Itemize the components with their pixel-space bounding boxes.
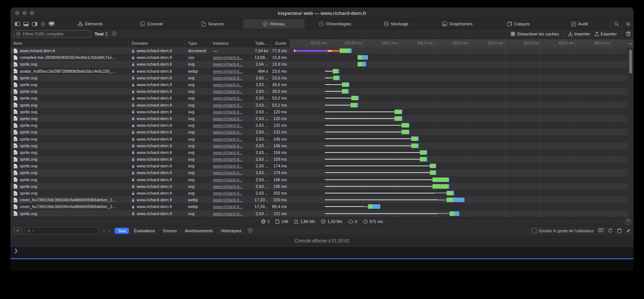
- table-row[interactable]: sprite.svgwww.richard-dern.frsvgwww.rich…: [10, 163, 634, 169]
- initiator-link[interactable]: www.richard-d...: [213, 211, 242, 216]
- initiator-link[interactable]: www.richard-d...: [213, 110, 242, 114]
- scrollbar[interactable]: [628, 47, 634, 217]
- element-picker-icon[interactable]: [41, 22, 45, 26]
- console-prompt-row[interactable]: ❯: [10, 247, 634, 259]
- tab-chronologies[interactable]: Chronologies: [305, 19, 366, 29]
- tab-graphismes[interactable]: Graphismes: [427, 19, 488, 29]
- column-header-name[interactable]: Nom: [10, 39, 129, 47]
- console-tab-historiques[interactable]: Historiques: [218, 228, 245, 234]
- expand-console-icon[interactable]: [626, 229, 631, 233]
- table-row[interactable]: <>www.richard-dern.frwww.richard-dern.fr…: [10, 47, 634, 54]
- table-row[interactable]: sprite.svgwww.richard-dern.frsvgwww.rich…: [10, 190, 634, 196]
- column-header-domain[interactable]: Domaine: [129, 39, 185, 47]
- titlebar[interactable]: Inspecteur web — www.richard-dern.fr: [10, 7, 634, 19]
- column-header-duration[interactable]: Durée: [271, 39, 290, 47]
- dock-left-icon[interactable]: [15, 22, 20, 26]
- table-row[interactable]: sprite.svgwww.richard-dern.frsvgwww.rich…: [10, 61, 634, 67]
- url-filter-field[interactable]: Filtrer l'URL complète: [13, 30, 91, 38]
- table-row[interactable]: sprite.svgwww.richard-dern.frsvgwww.rich…: [10, 122, 634, 129]
- table-row[interactable]: sprite.svgwww.richard-dern.frsvgwww.rich…: [10, 149, 634, 156]
- table-row[interactable]: sprite.svgwww.richard-dern.frsvgwww.rich…: [10, 81, 634, 88]
- column-header-type[interactable]: Type: [185, 39, 210, 47]
- tab-stockage[interactable]: Stockage: [366, 19, 427, 29]
- table-row[interactable]: sprite.svgwww.richard-dern.frsvgwww.rich…: [10, 169, 634, 176]
- console-tab-evaluations[interactable]: Évaluations: [130, 228, 158, 234]
- filter-options-icon[interactable]: [112, 31, 117, 37]
- table-row[interactable]: sprite.svgwww.richard-dern.frsvgwww.rich…: [10, 102, 634, 108]
- console-tab-tout[interactable]: Tout: [115, 228, 129, 234]
- initiator-link[interactable]: www.richard-d...: [213, 55, 242, 60]
- table-row[interactable]: sprite.svgwww.richard-dern.frsvgwww.rich…: [10, 115, 634, 122]
- initiator-link[interactable]: www.richard-d...: [213, 76, 242, 80]
- initiator-link[interactable]: www.richard-d...: [213, 164, 242, 168]
- initiator-link[interactable]: www.richard-d...: [213, 82, 242, 87]
- initiator-link[interactable]: www.richard-d...: [213, 177, 242, 182]
- tab-audit[interactable]: Audit: [549, 19, 610, 29]
- initiator-link[interactable]: www.richard-d...: [213, 62, 242, 66]
- table-row[interactable]: sprite.svgwww.richard-dern.frsvgwww.rich…: [10, 135, 634, 142]
- initiator-link[interactable]: www.richard-d...: [213, 103, 242, 107]
- console-scope-icon[interactable]: [13, 227, 22, 234]
- table-row[interactable]: sprite.svgwww.richard-dern.frsvgwww.rich…: [10, 176, 634, 183]
- export-button[interactable]: Exporter: [595, 32, 617, 36]
- refresh-icon[interactable]: [608, 228, 613, 233]
- console-filter-options-icon[interactable]: [248, 228, 253, 234]
- resource-type-select[interactable]: Tout: [95, 32, 108, 36]
- initiator-link[interactable]: www.richard-d...: [213, 137, 242, 141]
- tab-sources[interactable]: Sources: [182, 19, 243, 29]
- initiator-link[interactable]: www.richard-d...: [213, 191, 242, 195]
- console-tab-erreurs[interactable]: Erreurs: [160, 228, 180, 234]
- initiator-link[interactable]: www.richard-d...: [213, 157, 242, 161]
- initiator-link[interactable]: www.richard-d...: [213, 144, 242, 148]
- table-row[interactable]: cover_hu736519dc3b5040cfa48b6b559b6de6ec…: [10, 203, 634, 210]
- table-row[interactable]: sprite.svgwww.richard-dern.frsvgwww.rich…: [10, 142, 634, 149]
- table-row[interactable]: sprite.svgwww.richard-dern.frsvgwww.rich…: [10, 108, 634, 115]
- console-messages-icon[interactable]: [598, 228, 603, 233]
- table-row[interactable]: sprite.svgwww.richard-dern.frsvgwww.rich…: [10, 88, 634, 95]
- table-row[interactable]: sprite.svgwww.richard-dern.frsvgwww.rich…: [10, 75, 634, 81]
- table-row[interactable]: sprite.svgwww.richard-dern.frsvgwww.rich…: [10, 129, 634, 135]
- initiator-link[interactable]: www.richard-d...: [213, 150, 242, 155]
- tab-console[interactable]: Console: [121, 19, 182, 29]
- table-row[interactable]: cover_hu736519dc3b5040cfa48b6b559b6de6ec…: [10, 196, 634, 203]
- emulate-user-gesture-checkbox[interactable]: Émuler le geste de l'utilisateur: [532, 228, 594, 233]
- dock-bottom-icon[interactable]: [23, 22, 29, 26]
- initiator-link[interactable]: www.richard-d...: [213, 89, 242, 94]
- import-button[interactable]: Importer: [568, 32, 590, 36]
- console-search-input[interactable]: [25, 227, 99, 234]
- initiator-link[interactable]: www.richard-d...: [213, 170, 242, 175]
- trash-icon[interactable]: [617, 228, 622, 233]
- table-row[interactable]: sprite.svgwww.richard-dern.frsvgwww.rich…: [10, 156, 634, 163]
- initiator-link[interactable]: www.richard-d...: [213, 69, 242, 73]
- scrollbar-thumb[interactable]: [629, 50, 632, 73]
- column-header-size[interactable]: Taille...: [246, 39, 271, 47]
- help-button[interactable]: ?: [625, 218, 631, 225]
- gear-icon[interactable]: [622, 19, 634, 29]
- initiator-link[interactable]: www.richard-d...: [213, 204, 242, 209]
- tab-reseau[interactable]: Réseau: [244, 19, 305, 29]
- table-row[interactable]: csscompiled.min.38390909f303624ed9e1cf1b…: [10, 54, 634, 61]
- search-icon[interactable]: [610, 19, 622, 29]
- column-header-initiator[interactable]: Initiateur: [210, 39, 246, 47]
- chevron-up-icon[interactable]: [629, 41, 632, 45]
- initiator-link[interactable]: www.richard-d...: [213, 184, 242, 189]
- clear-network-items-icon[interactable]: [626, 31, 631, 37]
- initiator-link[interactable]: www.richard-d...: [213, 198, 242, 202]
- cell-duration: 159 ms: [271, 156, 290, 163]
- table-row[interactable]: avatar_hu85ecc3e298728880b0bde2dcc4e5c23…: [10, 68, 634, 75]
- tab-elements[interactable]: Éléments: [60, 19, 121, 29]
- table-row[interactable]: sprite.svgwww.richard-dern.frsvgwww.rich…: [10, 183, 634, 190]
- table-row[interactable]: sprite.svgwww.richard-dern.frsvgwww.rich…: [10, 210, 634, 217]
- tab-calques[interactable]: Calques: [488, 19, 549, 29]
- console-tab-avertissements[interactable]: Avertissements: [181, 228, 216, 234]
- next-result-button[interactable]: ›: [108, 228, 110, 233]
- device-settings-icon[interactable]: [49, 22, 54, 26]
- initiator-link[interactable]: www.richard-d...: [213, 123, 242, 128]
- disable-caches-checkbox[interactable]: ✓ Désactiver les caches: [511, 32, 559, 36]
- initiator-link[interactable]: www.richard-d...: [213, 96, 242, 100]
- initiator-link[interactable]: www.richard-d...: [213, 116, 242, 121]
- table-row[interactable]: sprite.svgwww.richard-dern.frsvgwww.rich…: [10, 95, 634, 101]
- initiator-link[interactable]: www.richard-d...: [213, 130, 242, 134]
- dock-right-icon[interactable]: [32, 22, 37, 26]
- previous-result-button[interactable]: ‹: [103, 228, 105, 233]
